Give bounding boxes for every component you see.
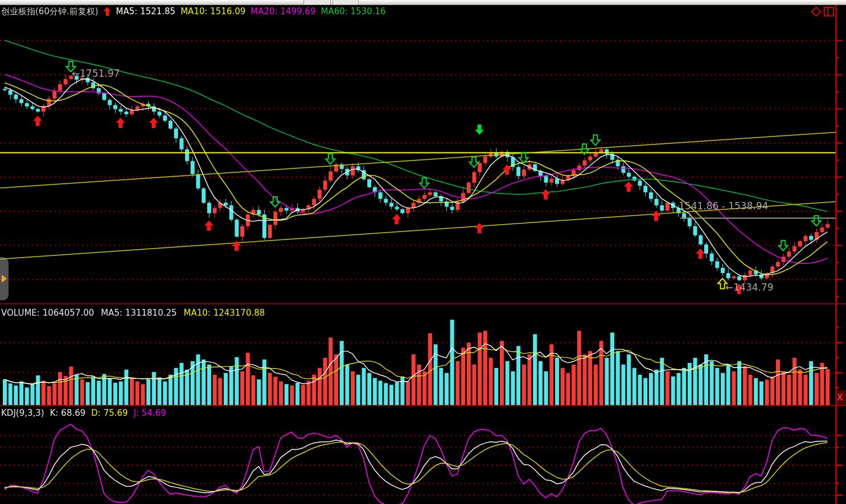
range-price-label: 1541.86 - 1538.94 (679, 200, 769, 212)
up-arrow-icon (104, 7, 111, 16)
volume-value: VOLUME: 1064057.00 (1, 308, 94, 318)
instrument-title: 创业板指(60分钟.前复权) (1, 6, 98, 17)
ma20-value: MA20: 1499.69 (250, 6, 315, 16)
side-panel-handle[interactable] (0, 257, 9, 300)
header-icons (811, 6, 836, 17)
volume-header: VOLUME: 1064057.00 MA5: 1311810.25 MA10:… (1, 308, 265, 318)
volume-ma5-value: MA5: 1311810.25 (101, 308, 176, 318)
ma5-value: MA5: 1521.85 (116, 6, 176, 16)
ma60-value: MA60: 1530.16 (321, 6, 385, 16)
low-price-label: ←1434.79 (725, 282, 774, 293)
kdj-j-value: J: 54.69 (134, 408, 166, 418)
chart-canvas[interactable] (0, 0, 846, 504)
ma10-value: MA10: 1516.09 (180, 6, 245, 16)
chart-header: 创业板指(60分钟.前复权) MA5: 1521.85 MA10: 1516.0… (1, 6, 386, 17)
app-window: 创业板指(60分钟.前复权) MA5: 1521.85 MA10: 1516.0… (0, 0, 846, 504)
x-axis-label[interactable]: X (836, 390, 846, 405)
scrollbar-segment[interactable] (332, 0, 359, 5)
expand-arrow-icon (2, 275, 7, 283)
diamond-icon[interactable] (811, 6, 821, 16)
kdj-header: KDJ(9,3,3) K: 68.69 D: 75.69 J: 54.69 (1, 408, 166, 418)
high-price-label: ←1751.97 (72, 68, 120, 79)
horizontal-scrollbar[interactable] (0, 0, 846, 5)
kdj-k-value: K: 68.69 (50, 408, 86, 418)
volume-ma10-value: MA10: 1243170.88 (184, 308, 265, 318)
scrollbar-thumb[interactable] (303, 0, 331, 5)
split-window-icon[interactable] (824, 7, 834, 16)
kdj-d-value: D: 75.69 (91, 408, 128, 418)
kdj-name: KDJ(9,3,3) (1, 408, 44, 418)
